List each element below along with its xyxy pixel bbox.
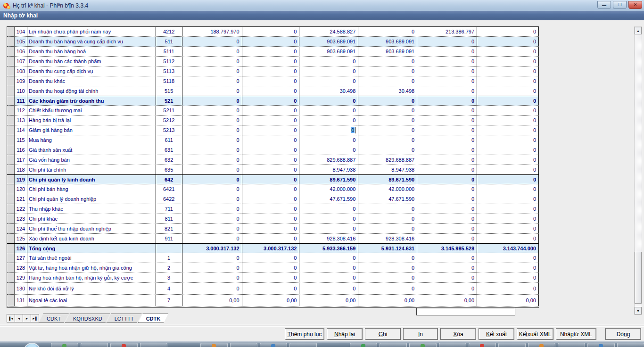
value-cell[interactable]: 0 [299,224,358,233]
row-selector[interactable] [7,165,15,174]
value-cell[interactable]: 0,00 [299,295,358,306]
next-sheet-button[interactable]: ► [23,314,31,322]
minimize-button[interactable]: ▬ [597,1,611,9]
value-cell[interactable]: 0 [417,135,477,145]
prev-sheet-button[interactable]: ◄ [15,314,23,322]
value-cell[interactable]: 42.000.000 [358,184,417,194]
value-cell[interactable]: 0 [477,57,539,66]
row-selector[interactable] [7,76,15,86]
value-cell[interactable]: 89.671.590 [299,175,358,184]
value-cell[interactable]: 0 [477,76,539,86]
value-cell[interactable]: 0 [417,66,477,76]
value-cell[interactable]: 0 [242,204,300,214]
value-cell[interactable]: 0 [299,96,358,105]
value-cell[interactable]: 0,00 [358,295,417,306]
value-cell[interactable]: 0 [242,175,300,184]
value-cell[interactable]: 0 [182,145,242,155]
row-selector[interactable] [7,273,15,282]
value-cell[interactable]: 0 [417,86,477,96]
value-cell[interactable]: 0 [477,145,539,155]
value-cell[interactable]: 0 [242,47,300,56]
row-selector[interactable] [7,96,15,105]
value-cell[interactable]: 0 [477,86,539,96]
value-cell[interactable]: 0 [417,273,477,282]
value-cell[interactable]: 903.689.091 [299,37,358,46]
value-cell[interactable]: 0 [299,145,358,155]
value-cell[interactable]: 0 [299,66,358,76]
value-cell[interactable]: 0 [417,165,477,174]
row-selector[interactable] [7,283,15,294]
row-selector[interactable] [7,214,15,223]
value-cell[interactable]: 0 [358,125,417,135]
value-cell[interactable]: 0 [299,106,358,115]
value-cell[interactable]: 0 [477,253,539,263]
value-cell[interactable]: 0 [417,47,477,56]
value-cell[interactable]: 0 [299,253,358,263]
row-selector[interactable] [7,145,15,155]
value-cell[interactable]: 0,00 [477,295,539,306]
tab-cdkt[interactable]: CĐKT [39,314,69,323]
row-selector[interactable] [7,204,15,214]
value-cell[interactable]: 0,00 [182,295,242,306]
value-cell[interactable]: 0 [182,194,242,204]
first-sheet-button[interactable]: ▐◄ [7,314,15,322]
value-cell[interactable]: 0 [358,106,417,115]
value-cell[interactable]: 0 [182,96,242,105]
value-cell[interactable]: 0 [477,175,539,184]
row-selector[interactable] [7,184,15,194]
value-cell[interactable]: 0 [299,273,358,282]
value-cell[interactable]: 0 [417,263,477,273]
value-cell[interactable]: 0 [417,116,477,125]
them-phu-luc-button[interactable]: Thêm phụ lục [285,328,324,340]
row-selector[interactable] [7,125,15,135]
start-button[interactable] [24,343,41,347]
value-cell[interactable]: 0 [182,37,242,46]
row-selector[interactable] [7,175,15,184]
value-cell[interactable]: 0 [299,125,358,135]
value-cell[interactable]: 903.689.091 [299,47,358,56]
value-cell[interactable]: 0 [299,204,358,214]
taskbar-item[interactable] [289,343,317,347]
value-cell[interactable]: 0 [417,175,477,184]
value-cell[interactable]: 0 [299,116,358,125]
value-cell[interactable]: 0 [358,116,417,125]
value-cell[interactable]: 0 [417,76,477,86]
value-cell[interactable]: 0 [242,273,300,282]
row-selector[interactable] [7,244,15,253]
row-selector[interactable] [7,27,15,36]
value-cell[interactable]: 0 [299,76,358,86]
value-cell[interactable]: 0 [358,27,417,36]
value-cell[interactable]: 0 [417,253,477,263]
value-cell[interactable]: 0 [242,224,300,233]
value-cell[interactable]: 0 [182,204,242,214]
nhap-lai-button[interactable]: Nhập lại [327,328,363,340]
value-cell[interactable]: 0 [242,125,300,135]
value-cell[interactable]: 0 [182,116,242,125]
scroll-up-button[interactable]: ▲ [635,27,642,34]
value-cell[interactable]: 0 [182,224,242,233]
value-cell[interactable]: 0 [242,283,300,294]
value-cell[interactable]: 0 [358,76,417,86]
value-cell[interactable]: 0 [477,283,539,294]
value-cell[interactable]: 0 [182,86,242,96]
value-cell[interactable]: 0 [242,116,300,125]
value-cell[interactable]: 0 [477,204,539,214]
row-selector[interactable] [7,234,15,243]
row-selector[interactable] [7,263,15,273]
taskbar-item[interactable] [617,343,644,347]
value-cell[interactable]: 0 [182,175,242,184]
value-cell[interactable]: 0 [477,155,539,165]
value-cell[interactable]: 188.797.970 [182,27,242,36]
vertical-scrollbar[interactable]: ▲ ▼ [634,26,642,315]
scroll-down-button[interactable]: ▼ [635,307,642,314]
taskbar-item[interactable] [140,343,167,347]
value-cell[interactable]: 0 [182,214,242,223]
value-cell[interactable]: 0 [242,57,300,66]
value-cell[interactable]: 0 [242,234,300,243]
value-cell[interactable]: 0 [477,194,539,204]
value-cell[interactable]: 0 [358,214,417,223]
value-cell[interactable]: 0 [417,194,477,204]
value-cell[interactable]: 0 [242,155,300,165]
value-cell[interactable]: 0 [477,165,539,174]
value-cell[interactable]: 0 [417,125,477,135]
